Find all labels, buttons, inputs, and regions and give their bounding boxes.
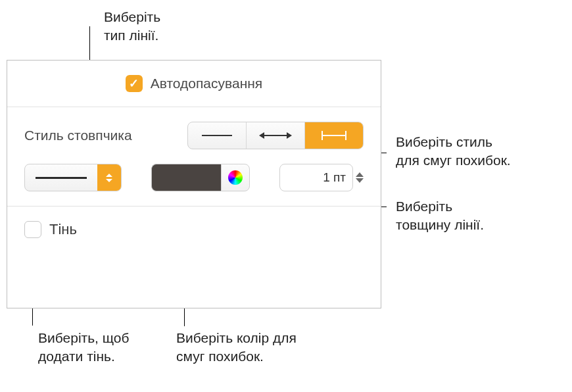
column-style-label: Стиль стовпчика [24,128,132,143]
line-controls-row: 1 пт [24,164,364,191]
line-type-dropdown-button[interactable] [97,164,121,191]
line-type-dropdown[interactable] [24,164,122,191]
callout-shadow: Виберіть, щоб додати тінь. [38,329,130,366]
segment-plain-line[interactable] [188,122,247,149]
stepper-up-icon[interactable] [356,172,364,177]
chevron-down-icon [106,179,112,182]
color-wheel-icon [228,170,243,185]
stepper-down-icon[interactable] [356,178,364,183]
autofit-checkbox[interactable]: ✓ [126,75,143,92]
error-bar-style-segmented[interactable] [187,122,364,149]
column-style-header: Стиль стовпчика [24,122,364,149]
color-picker-button[interactable] [221,164,250,191]
column-style-section: Стиль стовпчика [7,107,381,207]
color-well[interactable] [151,164,221,191]
style-panel: ✓ Автодопасування Стиль стовпчика [7,60,381,308]
shadow-label: Тінь [49,221,77,238]
stepper-buttons [356,164,364,191]
chevron-up-icon [106,174,112,177]
line-type-preview [25,164,97,191]
line-thickness-stepper[interactable]: 1 пт [279,164,364,191]
segment-arrow-caps[interactable] [247,122,305,149]
autofit-label: Автодопасування [151,76,262,91]
color-group [151,164,250,191]
autofit-row: ✓ Автодопасування [7,61,381,107]
checkmark-icon: ✓ [129,76,139,91]
line-thickness-field[interactable]: 1 пт [279,164,353,191]
callout-line-type: Виберіть тип лінії. [104,8,160,45]
callouts-color: Виберіть колір для смуг похибок. [176,329,297,366]
shadow-row: Тінь [7,207,381,253]
shadow-checkbox[interactable] [24,221,41,238]
callout-thickness: Виберіть товщину лінії. [396,197,484,235]
segment-flat-caps[interactable] [305,122,363,149]
callout-style: Виберіть стиль для смуг похибок. [396,133,511,170]
